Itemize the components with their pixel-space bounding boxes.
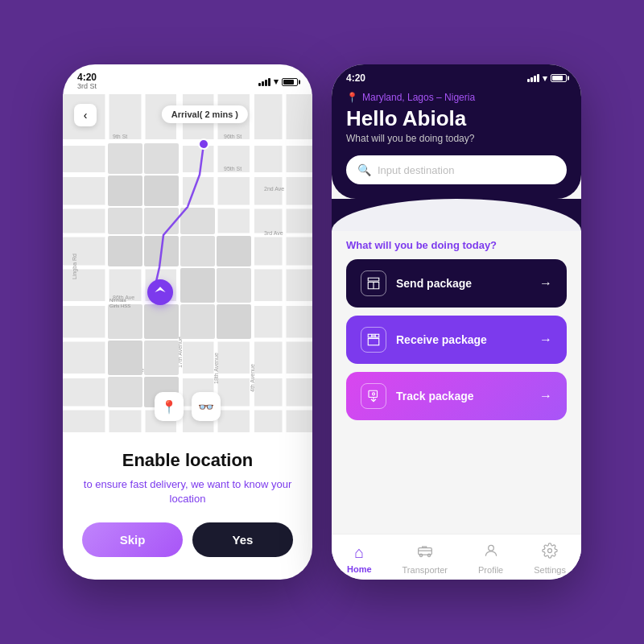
- curved-separator: [332, 199, 581, 231]
- svg-point-60: [373, 393, 375, 395]
- transporter-nav-label: Transporter: [402, 565, 448, 575]
- header-subtitle: What will you be doing today?: [346, 133, 567, 144]
- location-row: 📍 Maryland, Lagos – Nigeria: [346, 92, 567, 103]
- svg-rect-34: [144, 208, 179, 234]
- settings-nav-icon: [542, 543, 558, 563]
- nav-item-transporter[interactable]: Transporter: [402, 543, 448, 575]
- bottom-nav: ⌂ Home Transporter: [332, 534, 581, 580]
- receive-package-button[interactable]: Receive package →: [346, 316, 567, 364]
- location-pin-icon: 📍: [346, 92, 358, 103]
- profile-nav-label: Profile: [478, 565, 503, 575]
- signal-icon-right: [527, 74, 539, 82]
- receive-label: Receive package: [396, 333, 487, 346]
- search-placeholder: Input destination: [378, 164, 454, 176]
- enable-location-panel: Enable location to ensure fast delivery,…: [63, 432, 312, 573]
- status-icons-left: ▾: [258, 76, 298, 87]
- phones-container: 4:20 3rd St ▾: [63, 64, 581, 580]
- send-icon: [361, 270, 386, 296]
- svg-rect-43: [144, 304, 179, 339]
- svg-rect-33: [108, 208, 142, 234]
- svg-point-64: [427, 554, 430, 556]
- svg-text:18th Avenue: 18th Avenue: [213, 353, 219, 384]
- vr-button[interactable]: 👓: [192, 392, 221, 421]
- svg-rect-59: [369, 390, 378, 397]
- service-section-title: What will you be doing today?: [346, 239, 567, 251]
- map-area: 9th St 96th St 95th St 2nd Ave 86th Stre…: [63, 94, 312, 432]
- track-arrow-icon: →: [539, 389, 552, 403]
- profile-nav-icon: [483, 543, 499, 563]
- svg-rect-32: [144, 175, 179, 206]
- svg-rect-38: [180, 236, 215, 266]
- location-button[interactable]: 📍: [155, 392, 184, 421]
- send-button-left: Send package: [361, 270, 472, 296]
- svg-rect-48: [108, 377, 142, 407]
- nav-item-profile[interactable]: Profile: [478, 543, 503, 575]
- time-right: 4:20: [346, 72, 365, 84]
- svg-point-66: [548, 549, 552, 553]
- status-bar-left: 4:20 3rd St ▾: [63, 64, 312, 94]
- greeting-text: Hello Abiola: [346, 106, 567, 131]
- search-bar[interactable]: 🔍 Input destination: [346, 155, 567, 184]
- enable-location-subtitle: to ensure fast delivery, we want to know…: [82, 477, 293, 506]
- header-section: 📍 Maryland, Lagos – Nigeria Hello Abiola…: [332, 87, 581, 199]
- yes-button[interactable]: Yes: [192, 522, 293, 557]
- track-package-button[interactable]: Track package →: [346, 372, 567, 420]
- battery-icon-right: [551, 74, 567, 82]
- enable-location-buttons: Skip Yes: [82, 522, 293, 557]
- status-bar-right: 4:20 ▾: [332, 64, 581, 87]
- svg-text:Girls HSS: Girls HSS: [109, 303, 130, 308]
- search-icon: 🔍: [357, 163, 371, 176]
- receive-icon: [361, 327, 386, 353]
- send-arrow-icon: →: [539, 276, 552, 291]
- home-nav-label: Home: [347, 564, 372, 574]
- svg-rect-40: [180, 268, 215, 303]
- svg-rect-29: [108, 143, 142, 174]
- settings-nav-label: Settings: [534, 565, 566, 575]
- svg-rect-46: [108, 341, 142, 375]
- svg-text:9th St: 9th St: [113, 134, 127, 139]
- svg-rect-31: [108, 175, 142, 206]
- enable-location-title: Enable location: [82, 450, 293, 471]
- phone-left: 4:20 3rd St ▾: [63, 64, 312, 580]
- track-button-left: Track package: [361, 383, 474, 409]
- nav-item-home[interactable]: ⌂ Home: [347, 543, 372, 574]
- location-text: Maryland, Lagos – Nigeria: [362, 92, 475, 103]
- svg-rect-44: [180, 304, 215, 339]
- arrival-badge: Arrival( 2 mins ): [162, 105, 248, 123]
- svg-rect-30: [144, 143, 179, 174]
- svg-rect-47: [144, 341, 179, 375]
- track-label: Track package: [396, 390, 474, 402]
- nav-item-settings[interactable]: Settings: [534, 543, 566, 575]
- wifi-icon: ▾: [274, 76, 279, 87]
- svg-point-65: [488, 545, 493, 551]
- svg-text:3rd Ave: 3rd Ave: [264, 230, 283, 236]
- send-package-button[interactable]: Send package →: [346, 259, 567, 308]
- transporter-nav-icon: [417, 543, 433, 563]
- svg-text:95th St: 95th St: [224, 166, 242, 171]
- battery-icon: [282, 78, 298, 86]
- svg-text:Lingba Rd: Lingba Rd: [72, 254, 78, 279]
- svg-rect-41: [217, 268, 251, 303]
- map-svg: 9th St 96th St 95th St 2nd Ave 86th Stre…: [63, 94, 312, 432]
- svg-point-63: [419, 554, 422, 556]
- status-icons-right: ▾: [527, 73, 567, 84]
- svg-text:Nirmala: Nirmala: [109, 298, 126, 303]
- svg-rect-45: [217, 304, 251, 339]
- svg-rect-35: [180, 208, 215, 234]
- skip-button[interactable]: Skip: [82, 522, 183, 557]
- receive-button-left: Receive package: [361, 327, 487, 353]
- svg-rect-55: [368, 339, 379, 345]
- svg-point-52: [199, 139, 208, 149]
- street-left: 3rd St: [77, 83, 97, 91]
- home-nav-icon: ⌂: [354, 543, 364, 562]
- svg-text:96th St: 96th St: [224, 134, 242, 139]
- send-label: Send package: [396, 277, 472, 290]
- map-controls: 📍 👓: [155, 392, 221, 421]
- wifi-icon-right: ▾: [543, 73, 547, 84]
- svg-text:4th Avenue: 4th Avenue: [250, 364, 255, 392]
- signal-icon: [258, 78, 270, 86]
- receive-arrow-icon: →: [539, 332, 552, 347]
- svg-rect-36: [108, 236, 142, 266]
- service-section: What will you be doing today? Send packa…: [332, 231, 581, 572]
- back-button[interactable]: ‹: [74, 104, 97, 126]
